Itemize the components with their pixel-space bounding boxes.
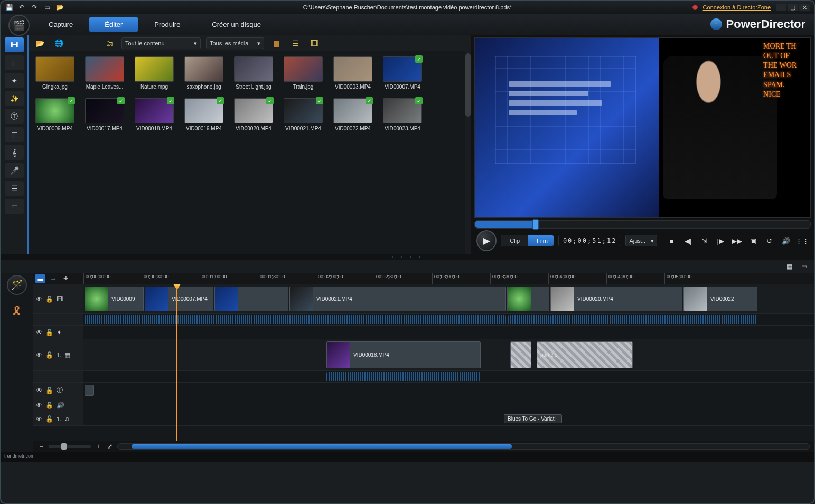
audio-waveform[interactable] [326,372,481,381]
media-item[interactable]: ✓VID00019.MP4 [183,98,225,131]
lock-icon[interactable]: 🔓 [45,387,53,394]
lock-icon[interactable]: 🔓 [45,329,53,336]
timeline-ruler[interactable]: ▬ ▭ ✚ 00;00;00;0000;00;30;0000;01;00;000… [33,273,814,284]
timeline-clip[interactable]: Blues To Go - Variati [504,414,562,423]
save-icon[interactable]: 💾 [5,4,13,11]
volume-icon[interactable]: 🔊 [780,235,792,246]
directorzone-link[interactable]: Connexion à DirectorZone [703,4,771,11]
track-music-header[interactable]: 👁 🔓 1. ♫ [33,412,83,425]
track-voice-lane[interactable] [83,398,814,412]
zoom-slider[interactable] [49,445,91,448]
timeline-clip[interactable]: VID00009 [85,287,144,311]
open-project-icon[interactable]: 📂 [56,4,63,11]
track-title-lane[interactable] [83,383,814,398]
visibility-icon[interactable]: 👁 [36,351,42,359]
track-title-header[interactable]: 👁 🔓 Ⓣ [33,383,83,398]
audio-waveform[interactable] [550,315,682,324]
media-item[interactable]: Street Light.jpg [232,56,275,90]
track-video-header[interactable]: 👁 🔓 🎞 [33,284,83,313]
app-logo-icon[interactable]: 🎬 [8,15,30,36]
preview-mode-clip[interactable]: Clip [501,235,528,246]
visibility-icon[interactable]: 👁 [36,415,42,423]
tab-capture[interactable]: Capture [33,17,89,32]
window-close-button[interactable]: ✕ [799,4,810,11]
room-pip-button[interactable]: ✦ [5,73,24,88]
room-voiceover-button[interactable]: 🎤 [5,163,24,178]
download-media-icon[interactable]: 🌐 [52,37,65,49]
track-pip-header[interactable]: 👁 🔓 1. ▦ [33,339,83,370]
content-filter-select[interactable]: Tout le contenu ▾ [121,37,201,49]
track-music-lane[interactable]: Blues To Go - Variati [83,412,814,425]
visibility-icon[interactable]: 👁 [36,387,42,394]
redo-icon[interactable]: ↷ [31,4,38,11]
timeline-clip[interactable] [85,385,94,396]
room-transition-button[interactable]: ▥ [5,127,24,142]
window-minimize-button[interactable]: — [776,4,786,11]
track-pip-audio-lane[interactable] [83,371,814,382]
step-icon[interactable]: ⇲ [698,235,710,246]
fast-forward-icon[interactable]: ▶▶ [731,235,743,246]
track-pip-audio-header[interactable] [33,371,83,382]
media-item[interactable]: Train.jpg [282,56,324,90]
room-effect-button[interactable]: ▦ [5,55,24,70]
room-chapter-button[interactable]: ☰ [5,181,24,196]
audio-waveform[interactable] [85,315,506,324]
timeline-clip[interactable] [507,287,549,311]
timeline-hscroll[interactable] [117,443,810,450]
pane-splitter[interactable]: • • • • [1,254,814,260]
library-folder-icon[interactable]: 🗂 [102,37,116,49]
track-audio-header[interactable] [33,314,83,325]
tab-produce[interactable]: Produire [138,17,196,32]
media-item[interactable]: ✓VID00021.MP4 [282,98,324,131]
media-item[interactable]: Maple Leaves... [83,56,126,90]
timeline-view-icon[interactable]: ▦ [783,262,795,271]
track-video-lane[interactable]: VID00009VID00007.MP4VID00021.MP4VID00020… [83,284,814,313]
track-pip-lane[interactable]: VID00018.MP4particle [83,339,814,370]
library-scrollbar[interactable] [465,51,471,254]
media-item[interactable]: ✓VID00020.MP4 [232,98,275,131]
magic-wizard-button[interactable]: 🎗 [7,301,27,321]
timeline-clip[interactable]: VID00007.MP4 [145,287,213,311]
audio-waveform[interactable] [508,315,549,324]
timeline-clip[interactable]: VID00022 [683,287,757,311]
track-effect-lane[interactable] [83,326,814,339]
media-item[interactable]: ✓VID00018.MP4 [133,98,175,131]
media-item[interactable]: ✓VID00017.MP4 [83,98,126,131]
loop-icon[interactable]: ↺ [763,235,775,246]
media-item[interactable]: ✓VID00023.MP4 [381,98,424,131]
import-media-icon[interactable]: 📂 [33,37,46,49]
room-title-button[interactable]: Ⓣ [5,109,24,124]
ruler-tool-clip-icon[interactable]: ▬ [35,274,45,283]
media-item[interactable]: ✓VID00009.MP4 [34,98,76,131]
timeline-clip[interactable]: particle [537,341,633,368]
safe-zone-icon[interactable]: ▣ [747,235,760,246]
timeline-clip[interactable]: VID00021.MP4 [289,287,506,311]
media-item[interactable]: Nature.mpg [133,56,175,90]
media-item[interactable]: VID00003.MP4 [332,56,374,90]
timeline-clip[interactable]: VID00020.MP4 [550,287,682,311]
room-media-button[interactable]: 🎞 [5,37,24,52]
ruler-tool-storyboard-icon[interactable]: ▭ [48,274,58,283]
media-item[interactable]: Gingko.jpg [34,56,76,90]
timeline-clip[interactable]: VID00018.MP4 [326,341,481,368]
lock-icon[interactable]: 🔓 [45,402,53,409]
prev-frame-icon[interactable]: ◀| [682,235,694,246]
room-audio-mixing-button[interactable]: 𝄞 [5,145,24,160]
audio-waveform[interactable] [683,315,757,324]
window-maximize-button[interactable]: ▢ [788,4,798,11]
undo-icon[interactable]: ↶ [18,4,25,11]
lock-icon[interactable]: 🔓 [45,296,53,303]
timeline-clip[interactable] [214,287,288,311]
tab-create-disc[interactable]: Créer un disque [196,17,277,32]
preview-seek-slider[interactable] [474,220,811,229]
lock-icon[interactable]: 🔓 [45,351,53,359]
room-particle-button[interactable]: ✨ [5,91,24,106]
media-item[interactable]: saxophone.jpg [183,56,225,90]
library-view-icon[interactable]: ▦ [269,37,283,49]
visibility-icon[interactable]: 👁 [36,329,42,336]
media-item[interactable]: ✓VID00007.MP4 [381,56,424,90]
stop-icon[interactable]: ■ [666,235,678,246]
timeline-settings-icon[interactable]: ▭ [798,262,810,271]
preview-mode-film[interactable]: Film [528,235,554,246]
next-frame-icon[interactable]: |▶ [715,235,727,246]
